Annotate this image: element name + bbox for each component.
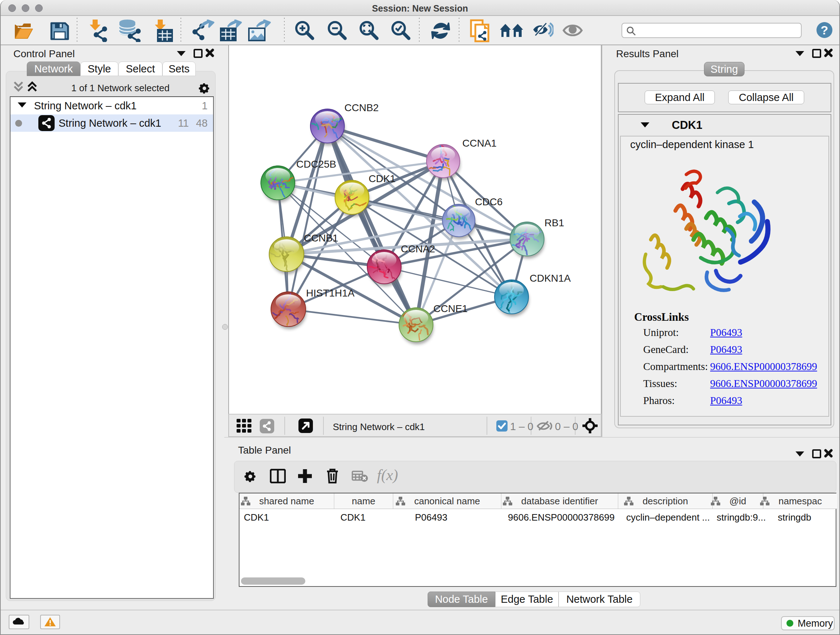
svg-text:RB1: RB1 xyxy=(545,217,564,228)
svg-text:CDC25B: CDC25B xyxy=(296,158,336,170)
svg-text:CDKN1A: CDKN1A xyxy=(530,272,571,284)
svg-text:CCNA2: CCNA2 xyxy=(401,243,435,255)
svg-text:CCNB1: CCNB1 xyxy=(304,233,338,244)
svg-text:CDC6: CDC6 xyxy=(475,196,502,207)
svg-text:HIST1H1A: HIST1H1A xyxy=(306,287,355,299)
svg-text:CCNB2: CCNB2 xyxy=(344,102,379,113)
svg-text:CCNA1: CCNA1 xyxy=(462,138,497,149)
svg-text:CCNE1: CCNE1 xyxy=(433,303,468,314)
svg-text:CDK1: CDK1 xyxy=(369,173,396,184)
